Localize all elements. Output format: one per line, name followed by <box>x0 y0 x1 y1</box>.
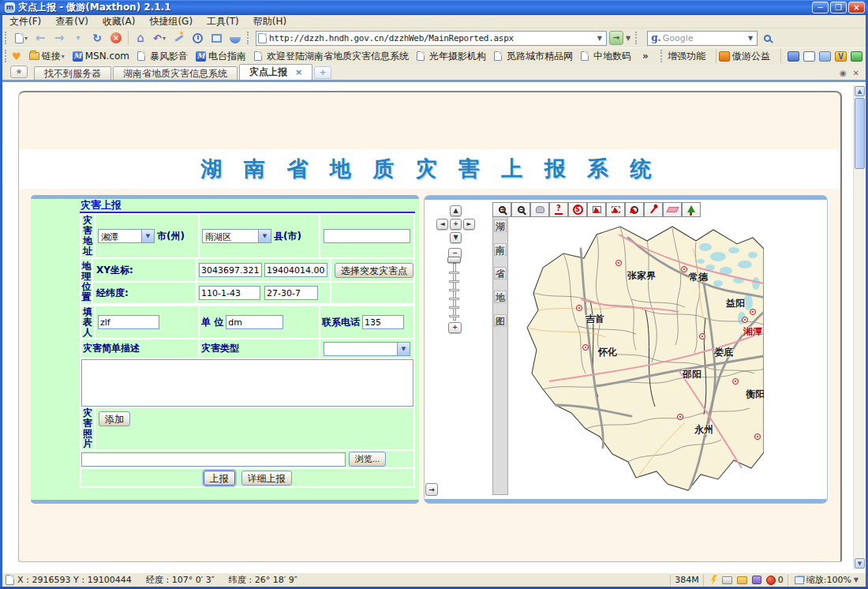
charity-button[interactable]: 傲游公益 <box>719 50 770 63</box>
bookmark-photo[interactable]: 光年摄影机构 <box>417 50 486 63</box>
bookmark-zhongdi[interactable]: 中地数码 <box>581 50 631 63</box>
tab-list-icon[interactable]: ◉ <box>840 69 847 77</box>
pages-icon[interactable] <box>819 51 831 62</box>
y-coordinate-input[interactable] <box>264 263 327 277</box>
side-char[interactable]: 地 <box>494 291 507 303</box>
menu-help[interactable]: 帮助(H) <box>246 15 294 28</box>
bookmarks-overflow-icon[interactable]: » <box>642 51 649 62</box>
browser-scrollbar[interactable]: ▲ ▼ <box>853 85 865 569</box>
menu-favorites[interactable]: 收藏(A) <box>95 15 143 28</box>
bookmarks-grip[interactable] <box>5 50 9 62</box>
side-char[interactable]: 湖 <box>494 219 507 232</box>
searchbar-grip[interactable] <box>635 32 639 44</box>
legend-tree-icon[interactable] <box>682 202 701 217</box>
toolbar-grip[interactable] <box>5 32 9 44</box>
tab-star-icon[interactable]: ★ <box>10 66 28 78</box>
search-go-icon[interactable] <box>758 30 776 46</box>
boost-icon[interactable] <box>710 575 717 585</box>
plugin-icon[interactable] <box>752 576 761 584</box>
address-detail-input[interactable] <box>324 229 410 243</box>
window-icon[interactable] <box>803 51 815 62</box>
zoom-out-icon[interactable]: − <box>511 202 530 217</box>
pan-left-icon[interactable]: ◄ <box>436 219 448 230</box>
longitude-input[interactable] <box>199 286 260 300</box>
recent-pages-icon[interactable]: ▾ <box>69 30 88 46</box>
search-box[interactable]: g. Google ▼ <box>647 31 758 46</box>
side-char[interactable]: 省 <box>494 267 507 279</box>
browse-button[interactable]: 浏览... <box>349 452 386 467</box>
v-plugin-icon[interactable]: V <box>835 51 847 62</box>
circle-select-icon[interactable] <box>625 202 644 217</box>
description-textarea[interactable] <box>81 359 413 407</box>
scroll-thumb[interactable] <box>855 98 865 169</box>
county-select[interactable]: 雨湖区▼ <box>202 229 271 243</box>
map-canvas[interactable]: 张家界常德益阳吉首怀化娄底湘潭邵阳衡阳永州 <box>511 217 764 495</box>
undo-icon[interactable]: ↶▾ <box>150 30 169 46</box>
title-bar[interactable]: m 灾点上报 - 傲游(Maxthon) 2.1.1 ─ ❐ × <box>0 0 868 15</box>
menu-view[interactable]: 查看(V) <box>48 15 95 28</box>
new-page-icon[interactable]: ▾ <box>12 30 31 46</box>
plugins-grip[interactable] <box>660 50 664 62</box>
zoom-dropdown-icon[interactable]: ▼ <box>851 576 861 583</box>
messenger-icon[interactable] <box>788 51 799 62</box>
disaster-type-select[interactable]: ▼ <box>324 342 410 356</box>
city-select[interactable]: 湘潭▼ <box>98 229 155 243</box>
search-input[interactable]: Google <box>663 33 746 43</box>
menu-file[interactable]: 文件(F) <box>2 15 48 28</box>
latitude-input[interactable] <box>264 286 318 300</box>
refresh-icon[interactable]: ↻ <box>88 30 107 46</box>
tab-disaster-report[interactable]: 灾点上报× <box>239 64 312 80</box>
zoom-in-step-icon[interactable]: + <box>448 322 462 333</box>
maximize-button[interactable]: ❐ <box>830 2 847 13</box>
menu-tools[interactable]: 工具(T) <box>200 15 246 28</box>
pan-right-icon[interactable]: ► <box>463 219 475 230</box>
bookmark-baofeng[interactable]: 暴风影音 <box>137 50 188 63</box>
magic-wand-icon[interactable] <box>169 30 188 46</box>
enhance-button[interactable]: 增强功能 <box>668 50 705 63</box>
zoom-level[interactable]: 缩放:100% <box>806 574 851 586</box>
history-icon[interactable] <box>188 30 207 46</box>
bookmark-radio[interactable]: M电台指南 <box>196 50 246 63</box>
forms-icon[interactable] <box>722 576 732 584</box>
pan-center-icon[interactable]: + <box>450 219 462 230</box>
measure-distance-icon[interactable]: ? <box>549 202 568 217</box>
go-button[interactable]: → <box>609 31 623 45</box>
bookmark-folder-links[interactable]: 链接▾ <box>29 50 65 63</box>
stop-icon[interactable]: × <box>107 30 125 46</box>
forward-icon[interactable]: → <box>50 30 69 46</box>
ad-blocker-icon[interactable] <box>766 576 776 585</box>
search-engine-dropdown-icon[interactable]: ▼ <box>746 35 755 42</box>
address-url[interactable]: http://dzzh.hndh.gov.cn/dzzhWeb/MainRepo… <box>267 33 595 43</box>
phone-input[interactable] <box>362 315 404 329</box>
submit-button[interactable]: 上报 <box>204 471 235 486</box>
tab-server-not-found[interactable]: 找不到服务器 <box>34 66 111 80</box>
bookmark-milu[interactable]: 觅路城市精品网 <box>494 50 573 63</box>
address-bar[interactable]: http://dzzh.hndh.gov.cn/dzzhWeb/MainRepo… <box>256 31 607 46</box>
reporter-name-input[interactable] <box>98 315 159 329</box>
addressbar-grip[interactable] <box>247 32 251 44</box>
highlight-icon[interactable] <box>776 32 783 43</box>
side-char[interactable]: 图 <box>494 314 507 327</box>
pick-disaster-point-button[interactable]: 选择突发灾害点 <box>335 263 413 278</box>
x-coordinate-input[interactable] <box>199 263 262 277</box>
rect-select-icon[interactable] <box>587 202 606 217</box>
address-dropdown-icon[interactable]: ▼ <box>595 35 604 42</box>
bookmark-hunan-geo[interactable]: 欢迎登陆湖南省地质灾害信息系统 <box>254 50 409 63</box>
save-icon[interactable] <box>226 30 245 46</box>
file-path-input[interactable] <box>81 452 346 467</box>
measure-area-icon[interactable]: S <box>568 202 587 217</box>
close-button[interactable]: × <box>848 2 865 13</box>
pan-hand-icon[interactable] <box>530 202 549 217</box>
go-dropdown-icon[interactable]: ▼ <box>623 35 633 42</box>
folder-icon[interactable] <box>737 576 747 584</box>
eraser-icon[interactable] <box>663 202 682 217</box>
game-plugin-icon[interactable] <box>851 51 862 62</box>
panel-collapse-icon[interactable]: → <box>425 483 438 496</box>
side-char[interactable]: 南 <box>494 243 507 256</box>
tab-close-icon[interactable]: × <box>295 67 302 77</box>
zoom-in-icon[interactable]: + <box>492 202 511 217</box>
resize-icon[interactable] <box>795 576 804 584</box>
scroll-up-icon[interactable]: ▲ <box>855 86 865 96</box>
detail-submit-button[interactable]: 详细上报 <box>241 471 292 486</box>
pan-up-icon[interactable]: ▲ <box>450 205 462 216</box>
